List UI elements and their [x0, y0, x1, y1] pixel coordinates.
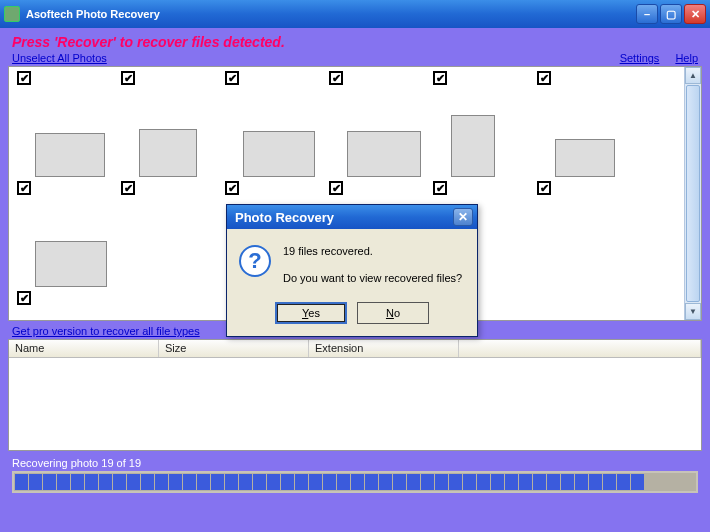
progress-segment [463, 474, 476, 490]
table-header: Name Size Extension [9, 340, 701, 358]
yes-button[interactable]: Yes [275, 302, 347, 324]
progress-segment [379, 474, 392, 490]
progress-segment [155, 474, 168, 490]
progress-segment [407, 474, 420, 490]
titlebar: Asoftech Photo Recovery – ▢ ✕ [0, 0, 710, 28]
top-checkbox-5[interactable]: ✔ [433, 71, 447, 85]
progress-segment [295, 474, 308, 490]
thumbnail-image [35, 241, 107, 287]
progress-segment [617, 474, 630, 490]
progress-segment [197, 474, 210, 490]
column-size[interactable]: Size [159, 340, 309, 357]
thumbnail-cell[interactable]: ✔ [329, 95, 433, 195]
thumbnail-checkbox[interactable]: ✔ [433, 181, 447, 195]
confirm-dialog: Photo Recovery ✕ ? 19 files recovered. D… [226, 204, 478, 337]
thumbnail-cell[interactable]: ✔ [121, 95, 225, 195]
thumbnail-image [35, 133, 105, 177]
maximize-button[interactable]: ▢ [660, 4, 682, 24]
progress-segment [491, 474, 504, 490]
progress-segment [29, 474, 42, 490]
thumbnail-checkbox[interactable]: ✔ [225, 181, 239, 195]
file-table: Name Size Extension [8, 339, 702, 451]
thumbnail-image [139, 129, 197, 177]
thumbnail-cell[interactable]: ✔ [225, 95, 329, 195]
top-checkbox-4[interactable]: ✔ [329, 71, 343, 85]
progress-segment [183, 474, 196, 490]
scrollbar[interactable]: ▲ ▼ [684, 67, 701, 320]
progress-segment [127, 474, 140, 490]
progress-segment [281, 474, 294, 490]
top-checkbox-6[interactable]: ✔ [537, 71, 551, 85]
help-link[interactable]: Help [675, 52, 698, 64]
progress-segment [365, 474, 378, 490]
thumbnail-checkbox[interactable]: ✔ [121, 181, 135, 195]
progress-bar [12, 471, 698, 493]
close-button[interactable]: ✕ [684, 4, 706, 24]
thumbnail-cell[interactable]: ✔ [433, 95, 537, 195]
progress-segment [225, 474, 238, 490]
progress-segment [351, 474, 364, 490]
dialog-title: Photo Recovery [235, 210, 453, 225]
progress-segment [15, 474, 28, 490]
progress-segment [477, 474, 490, 490]
pro-version-link[interactable]: Get pro version to recover all file type… [12, 325, 200, 337]
unselect-all-link[interactable]: Unselect All Photos [12, 52, 107, 64]
progress-segment [449, 474, 462, 490]
dialog-message: 19 files recovered. Do you want to view … [283, 243, 462, 286]
column-extension[interactable]: Extension [309, 340, 459, 357]
progress-segment [57, 474, 70, 490]
progress-segment [113, 474, 126, 490]
top-checkbox-1[interactable]: ✔ [17, 71, 31, 85]
thumbnail-checkbox[interactable]: ✔ [17, 291, 31, 305]
progress-segment [575, 474, 588, 490]
no-button[interactable]: No [357, 302, 429, 324]
progress-segment [309, 474, 322, 490]
progress-segment [323, 474, 336, 490]
thumbnail-checkbox[interactable]: ✔ [17, 181, 31, 195]
instruction-text: Press 'Recover' to recover files detecte… [12, 34, 702, 50]
top-checkbox-2[interactable]: ✔ [121, 71, 135, 85]
app-icon [4, 6, 20, 22]
thumbnail-cell[interactable]: ✔ [537, 95, 641, 195]
progress-segment [239, 474, 252, 490]
progress-segment [589, 474, 602, 490]
progress-segment [547, 474, 560, 490]
question-icon: ? [239, 245, 271, 277]
progress-segment [211, 474, 224, 490]
progress-segment [99, 474, 112, 490]
thumbnail-image [555, 139, 615, 177]
link-row: Unselect All Photos Settings Help [12, 52, 698, 64]
thumbnail-image [243, 131, 315, 177]
top-checkbox-3[interactable]: ✔ [225, 71, 239, 85]
progress-segment [435, 474, 448, 490]
column-name[interactable]: Name [9, 340, 159, 357]
column-rest [459, 340, 701, 357]
thumbnail-cell[interactable]: ✔ [17, 205, 121, 305]
window-title: Asoftech Photo Recovery [26, 8, 634, 20]
dialog-close-button[interactable]: ✕ [453, 208, 473, 226]
progress-segment [519, 474, 532, 490]
progress-segment [253, 474, 266, 490]
thumbnail-checkbox[interactable]: ✔ [537, 181, 551, 195]
thumbnail-image [451, 115, 495, 177]
thumbnail-image [347, 131, 421, 177]
status-text: Recovering photo 19 of 19 [12, 457, 698, 469]
scroll-thumb[interactable] [686, 85, 700, 302]
progress-segment [631, 474, 644, 490]
dialog-line1: 19 files recovered. [283, 243, 462, 260]
progress-segment [141, 474, 154, 490]
minimize-button[interactable]: – [636, 4, 658, 24]
progress-segment [43, 474, 56, 490]
progress-segment [169, 474, 182, 490]
progress-segment [421, 474, 434, 490]
thumbnail-checkbox[interactable]: ✔ [329, 181, 343, 195]
progress-segment [505, 474, 518, 490]
scroll-up-button[interactable]: ▲ [685, 67, 701, 84]
thumbnail-cell[interactable]: ✔ [17, 95, 121, 195]
scroll-down-button[interactable]: ▼ [685, 303, 701, 320]
settings-link[interactable]: Settings [620, 52, 660, 64]
progress-segment [533, 474, 546, 490]
progress-segment [393, 474, 406, 490]
progress-segment [603, 474, 616, 490]
progress-segment [561, 474, 574, 490]
